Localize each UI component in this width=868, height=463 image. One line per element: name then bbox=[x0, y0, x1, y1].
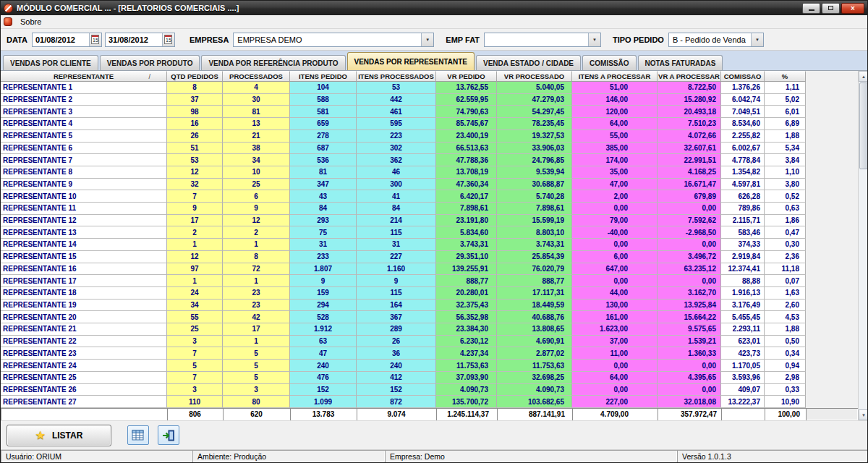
table-cell[interactable]: 46 bbox=[357, 166, 436, 179]
table-cell[interactable]: 10 bbox=[223, 166, 290, 179]
table-cell[interactable]: 23.384,30 bbox=[436, 323, 497, 336]
table-cell[interactable]: 3.162,70 bbox=[658, 287, 721, 300]
table-cell[interactable]: REPRESENTANTE 10 bbox=[1, 190, 167, 203]
table-cell[interactable]: 12.374,41 bbox=[721, 263, 765, 276]
table-cell[interactable]: 2,36 bbox=[765, 251, 806, 263]
table-cell[interactable]: 2,60 bbox=[765, 300, 806, 312]
table-cell[interactable]: 5 bbox=[223, 347, 290, 360]
table-cell[interactable]: 34 bbox=[167, 300, 223, 312]
table-cell[interactable]: 3.743,31 bbox=[436, 239, 497, 251]
emp-fat-combobox[interactable]: ▼ bbox=[484, 33, 601, 47]
table-cell[interactable]: 5.834,60 bbox=[436, 226, 497, 239]
table-cell[interactable]: 75 bbox=[290, 226, 357, 239]
table-cell[interactable]: 161,00 bbox=[572, 311, 658, 323]
table-cell[interactable]: 0,00 bbox=[572, 203, 658, 215]
table-cell[interactable]: 72 bbox=[223, 263, 290, 276]
tab-vendas-por-cliente[interactable]: VENDAS POR CLIENTE bbox=[3, 55, 98, 70]
table-cell[interactable]: 30.688,87 bbox=[497, 179, 572, 191]
table-cell[interactable]: 1.807 bbox=[290, 263, 357, 276]
table-row[interactable]: REPRESENTANTE 3988158146174.790,6354.297… bbox=[1, 106, 858, 118]
table-cell[interactable]: 30 bbox=[223, 94, 290, 106]
table-cell[interactable]: 12 bbox=[167, 166, 223, 179]
scroll-up-icon[interactable]: ▲ bbox=[859, 71, 867, 82]
table-cell[interactable]: 32.375,43 bbox=[436, 300, 497, 312]
table-cell[interactable]: 17 bbox=[223, 323, 290, 336]
table-cell[interactable]: 110 bbox=[167, 396, 223, 408]
table-cell[interactable]: 31 bbox=[357, 239, 436, 251]
table-row[interactable]: REPRESENTANTE 20554252836756.352,9840.68… bbox=[1, 311, 858, 323]
table-row[interactable]: REPRESENTANTE 9322534730047.360,3430.688… bbox=[1, 179, 858, 191]
date-to-value[interactable]: 31/08/2012 bbox=[106, 33, 162, 46]
table-cell[interactable]: REPRESENTANTE 26 bbox=[1, 384, 167, 396]
table-cell[interactable]: 20.493,18 bbox=[658, 106, 721, 118]
table-cell[interactable]: 412 bbox=[357, 372, 436, 384]
table-cell[interactable]: REPRESENTANTE 23 bbox=[1, 347, 167, 360]
table-cell[interactable]: 7.592,62 bbox=[658, 215, 721, 227]
table-cell[interactable]: 362 bbox=[357, 154, 436, 166]
scroll-down-icon[interactable]: ▼ bbox=[859, 409, 867, 420]
table-cell[interactable]: 789,86 bbox=[721, 203, 765, 215]
table-cell[interactable]: 32.607,61 bbox=[658, 143, 721, 155]
table-cell[interactable]: REPRESENTANTE 18 bbox=[1, 287, 167, 300]
table-cell[interactable]: 0,30 bbox=[765, 239, 806, 251]
table-cell[interactable]: 20.280,01 bbox=[436, 287, 497, 300]
date-from-value[interactable]: 01/08/2012 bbox=[33, 33, 89, 46]
table-cell[interactable]: 659 bbox=[290, 118, 357, 130]
table-cell[interactable]: 47.279,03 bbox=[497, 94, 572, 106]
empresa-combobox[interactable]: EMPRESA DEMO ▼ bbox=[233, 33, 434, 47]
table-cell[interactable]: 13.762,55 bbox=[436, 82, 497, 94]
table-cell[interactable]: 19.327,53 bbox=[497, 130, 572, 143]
column-header-qtd-pedidos[interactable]: QTD PEDIDOS bbox=[167, 71, 223, 82]
table-cell[interactable]: 1.539,21 bbox=[658, 336, 721, 348]
table-cell[interactable]: 9 bbox=[223, 203, 290, 215]
table-cell[interactable]: 6,89 bbox=[765, 118, 806, 130]
tab-vendas-por-produto[interactable]: VENDAS POR PRODUTO bbox=[100, 55, 200, 70]
table-row[interactable]: REPRESENTANTE 12171229321423.191,8015.59… bbox=[1, 215, 858, 227]
table-cell[interactable]: 5.040,05 bbox=[497, 82, 572, 94]
table-cell[interactable]: 55,00 bbox=[572, 130, 658, 143]
table-cell[interactable]: 1.170,05 bbox=[721, 360, 765, 372]
table-row[interactable]: REPRESENTANTE 245524024011.753,6311.753,… bbox=[1, 360, 858, 372]
table-cell[interactable]: 85.745,67 bbox=[436, 118, 497, 130]
table-cell[interactable]: 79,00 bbox=[572, 215, 658, 227]
table-cell[interactable]: 2.255,82 bbox=[721, 130, 765, 143]
chevron-down-icon[interactable]: ▼ bbox=[751, 33, 763, 46]
column-header-vr-pedido[interactable]: VR PEDIDO bbox=[436, 71, 497, 82]
table-cell[interactable]: 26 bbox=[357, 336, 436, 348]
table-cell[interactable]: 32 bbox=[167, 179, 223, 191]
table-cell[interactable]: 37.093,90 bbox=[436, 372, 497, 384]
table-cell[interactable]: 47.360,34 bbox=[436, 179, 497, 191]
table-cell[interactable]: 11.753,63 bbox=[436, 360, 497, 372]
table-cell[interactable]: 240 bbox=[357, 360, 436, 372]
table-cell[interactable]: 0,00 bbox=[658, 275, 721, 287]
table-cell[interactable]: 115 bbox=[357, 226, 436, 239]
table-cell[interactable]: 5,02 bbox=[765, 94, 806, 106]
chevron-down-icon[interactable]: ▼ bbox=[588, 33, 600, 46]
table-cell[interactable]: 8.534,60 bbox=[721, 118, 765, 130]
emp-fat-value[interactable] bbox=[485, 33, 588, 46]
table-cell[interactable]: 233 bbox=[290, 251, 357, 263]
table-cell[interactable]: 0,07 bbox=[765, 275, 806, 287]
table-cell[interactable]: 4.090,73 bbox=[497, 384, 572, 396]
table-cell[interactable]: 302 bbox=[357, 143, 436, 155]
table-cell[interactable]: 10,90 bbox=[765, 396, 806, 408]
table-cell[interactable]: 13.925,84 bbox=[658, 300, 721, 312]
table-cell[interactable]: 647,00 bbox=[572, 263, 658, 276]
tab-vendas-por-representante[interactable]: VENDAS POR REPRESENTANTE bbox=[347, 52, 475, 70]
table-cell[interactable]: 0,33 bbox=[765, 384, 806, 396]
table-cell[interactable]: REPRESENTANTE 17 bbox=[1, 275, 167, 287]
table-cell[interactable]: 53 bbox=[167, 154, 223, 166]
table-cell[interactable]: 11,00 bbox=[572, 347, 658, 360]
table-cell[interactable]: 4.395,65 bbox=[658, 372, 721, 384]
table-cell[interactable]: 135.700,72 bbox=[436, 396, 497, 408]
table-cell[interactable]: 9 bbox=[357, 275, 436, 287]
table-cell[interactable]: 80 bbox=[223, 396, 290, 408]
table-cell[interactable]: 0,63 bbox=[765, 203, 806, 215]
tab-venda-por-referencia-produto[interactable]: VENDA POR REFERÊNCIA PRODUTO bbox=[201, 55, 345, 70]
date-from-field[interactable]: 01/08/2012 15 bbox=[32, 33, 102, 47]
table-cell[interactable]: 227,00 bbox=[572, 396, 658, 408]
table-cell[interactable]: 2,98 bbox=[765, 372, 806, 384]
table-row[interactable]: REPRESENTANTE 1697721.8071.160139.255,91… bbox=[1, 263, 858, 276]
table-cell[interactable]: 1.160 bbox=[357, 263, 436, 276]
tab-comissao[interactable]: COMISSÃO bbox=[582, 55, 636, 70]
